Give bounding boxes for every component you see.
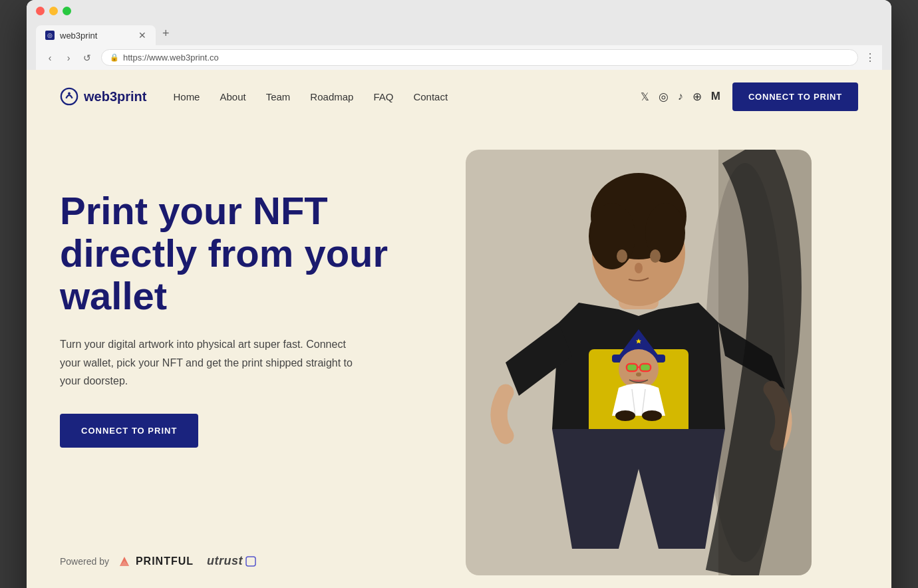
active-tab[interactable]: ◎ web3print ✕	[36, 25, 156, 45]
hero-description: Turn your digital artwork into physical …	[60, 335, 353, 390]
address-bar[interactable]: 🔒 https://www.web3print.co	[101, 49, 858, 66]
hero-heading: Print your NFT directly from your wallet	[60, 190, 426, 317]
utrust-text: utrust	[207, 554, 243, 568]
nav-home[interactable]: Home	[173, 91, 200, 102]
instagram-icon[interactable]: ◎	[659, 90, 669, 104]
svg-point-0	[61, 88, 77, 104]
hero-section: Print your NFT directly from your wallet…	[27, 123, 891, 588]
back-button[interactable]: ‹	[43, 51, 57, 65]
url-text: https://www.web3print.co	[123, 53, 219, 63]
browser-menu-button[interactable]: ⋮	[865, 51, 875, 64]
hero-left: Print your NFT directly from your wallet…	[60, 150, 426, 569]
nav-right: 𝕏 ◎ ♪ ⊕ M CONNECT TO PRINT	[641, 82, 858, 111]
svg-rect-24	[627, 365, 637, 370]
navbar: web3print Home About Team Roadmap FAQ Co…	[27, 70, 891, 123]
hero-photo	[466, 150, 812, 575]
traffic-lights	[36, 7, 882, 15]
forward-button[interactable]: ›	[61, 51, 76, 65]
svg-point-13	[617, 249, 627, 263]
new-tab-button[interactable]: +	[156, 22, 176, 45]
logo-icon	[60, 87, 78, 106]
connect-to-print-hero-button[interactable]: CONNECT TO PRINT	[60, 414, 198, 448]
browser-chrome: ◎ web3print ✕ + ‹ › ↺ 🔒 https://www.web3…	[27, 0, 891, 70]
logo-text: web3print	[84, 89, 146, 104]
logo[interactable]: web3print	[60, 87, 146, 106]
medium-icon[interactable]: M	[711, 90, 720, 103]
website-content: web3print Home About Team Roadmap FAQ Co…	[27, 70, 891, 588]
svg-point-15	[635, 263, 643, 273]
nav-team[interactable]: Team	[266, 91, 291, 102]
utrust-icon	[245, 556, 256, 567]
svg-point-26	[636, 372, 641, 376]
social-icons: 𝕏 ◎ ♪ ⊕ M	[641, 90, 720, 104]
connect-to-print-nav-button[interactable]: CONNECT TO PRINT	[732, 82, 858, 111]
printful-logo: PRINTFUL	[117, 554, 194, 569]
nav-contact[interactable]: Contact	[413, 91, 448, 102]
twitter-icon[interactable]: 𝕏	[641, 90, 649, 103]
close-button[interactable]	[36, 7, 45, 15]
hero-image	[466, 150, 812, 575]
maximize-button[interactable]	[63, 7, 71, 15]
lock-icon: 🔒	[110, 53, 119, 62]
nav-buttons: ‹ › ↺	[43, 51, 94, 65]
tab-title: web3print	[60, 31, 97, 41]
svg-rect-25	[641, 365, 650, 370]
nav-links: Home About Team Roadmap FAQ Contact	[173, 91, 640, 102]
svg-point-14	[650, 249, 661, 263]
reload-button[interactable]: ↺	[80, 51, 94, 65]
minimize-button[interactable]	[49, 7, 58, 15]
tiktok-icon[interactable]: ♪	[678, 90, 683, 102]
powered-by: Powered by PRINTFUL utrust	[60, 554, 426, 569]
printful-icon	[117, 554, 132, 569]
nav-roadmap[interactable]: Roadmap	[310, 91, 353, 102]
browser-window: ◎ web3print ✕ + ‹ › ↺ 🔒 https://www.web3…	[27, 0, 891, 588]
tab-favicon: ◎	[45, 31, 55, 40]
tab-close-button[interactable]: ✕	[138, 30, 146, 41]
svg-point-28	[642, 410, 662, 421]
svg-point-27	[615, 410, 635, 421]
nav-about[interactable]: About	[220, 91, 245, 102]
svg-point-1	[68, 92, 71, 94]
printful-text: PRINTFUL	[136, 555, 194, 567]
svg-rect-4	[246, 557, 255, 566]
svg-point-11	[589, 203, 635, 269]
tab-bar: ◎ web3print ✕ +	[36, 22, 882, 45]
powered-by-label: Powered by	[60, 556, 109, 567]
discord-icon[interactable]: ⊕	[692, 90, 702, 104]
utrust-logo: utrust	[207, 554, 256, 568]
address-bar-container: ‹ › ↺ 🔒 https://www.web3print.co ⋮	[36, 45, 882, 70]
nav-faq[interactable]: FAQ	[373, 91, 393, 102]
